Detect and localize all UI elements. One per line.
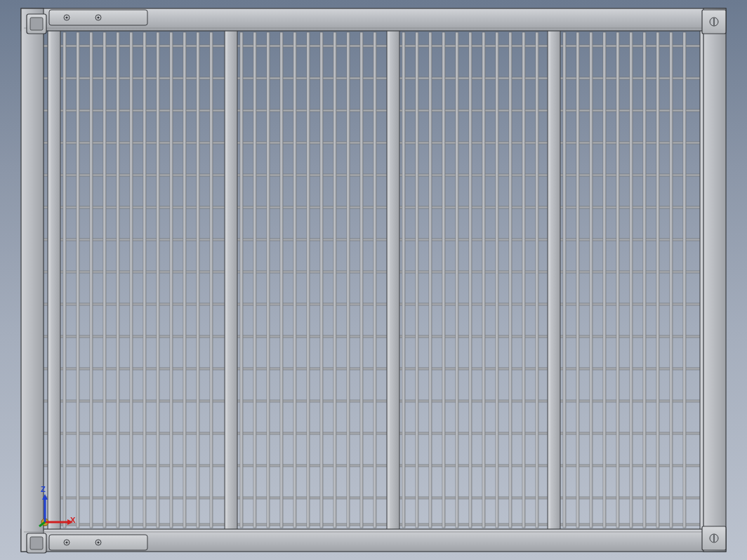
svg-rect-18 bbox=[90, 32, 93, 528]
svg-rect-48 bbox=[522, 32, 525, 528]
svg-rect-30 bbox=[267, 32, 270, 528]
svg-rect-24 bbox=[170, 32, 173, 528]
svg-rect-39 bbox=[402, 32, 405, 528]
svg-rect-46 bbox=[496, 32, 498, 528]
svg-rect-31 bbox=[280, 32, 283, 528]
svg-point-83 bbox=[65, 541, 67, 543]
svg-rect-56 bbox=[643, 32, 646, 528]
model-canvas[interactable] bbox=[0, 0, 747, 560]
svg-rect-51 bbox=[576, 32, 579, 528]
svg-rect-19 bbox=[103, 32, 106, 528]
svg-rect-26 bbox=[197, 32, 199, 528]
svg-rect-27 bbox=[210, 32, 213, 528]
svg-point-80 bbox=[97, 16, 99, 18]
svg-rect-28 bbox=[240, 32, 243, 528]
svg-rect-41 bbox=[429, 32, 432, 528]
svg-rect-57 bbox=[656, 32, 659, 528]
svg-rect-25 bbox=[183, 32, 186, 528]
svg-rect-89 bbox=[30, 537, 43, 549]
svg-rect-52 bbox=[590, 32, 593, 528]
svg-rect-50 bbox=[563, 32, 566, 528]
svg-rect-21 bbox=[130, 32, 133, 528]
svg-rect-58 bbox=[670, 32, 673, 528]
cad-viewport[interactable]: Z X bbox=[0, 0, 747, 560]
svg-rect-45 bbox=[482, 32, 485, 528]
svg-rect-36 bbox=[347, 32, 350, 528]
svg-rect-22 bbox=[143, 32, 146, 528]
mesh-vertical-bars bbox=[63, 32, 686, 528]
svg-rect-38 bbox=[374, 32, 376, 528]
svg-rect-33 bbox=[307, 32, 310, 528]
svg-rect-42 bbox=[442, 32, 445, 528]
svg-rect-47 bbox=[509, 32, 512, 528]
vertical-posts bbox=[48, 29, 713, 531]
svg-rect-37 bbox=[360, 32, 363, 528]
svg-rect-20 bbox=[117, 32, 119, 528]
svg-rect-54 bbox=[616, 32, 619, 528]
svg-rect-16 bbox=[63, 32, 66, 528]
svg-rect-17 bbox=[77, 32, 79, 528]
svg-rect-29 bbox=[253, 32, 256, 528]
svg-rect-59 bbox=[683, 32, 686, 528]
svg-rect-87 bbox=[30, 18, 43, 30]
svg-rect-35 bbox=[333, 32, 336, 528]
svg-rect-49 bbox=[536, 32, 538, 528]
svg-rect-53 bbox=[603, 32, 606, 528]
svg-rect-23 bbox=[157, 32, 159, 528]
svg-rect-73 bbox=[703, 8, 726, 552]
svg-rect-72 bbox=[21, 8, 44, 552]
svg-rect-32 bbox=[293, 32, 296, 528]
svg-rect-40 bbox=[416, 32, 418, 528]
svg-rect-34 bbox=[320, 32, 323, 528]
svg-rect-43 bbox=[456, 32, 458, 528]
svg-rect-55 bbox=[630, 32, 633, 528]
svg-point-78 bbox=[65, 16, 67, 18]
svg-rect-44 bbox=[469, 32, 472, 528]
svg-point-85 bbox=[97, 541, 99, 543]
